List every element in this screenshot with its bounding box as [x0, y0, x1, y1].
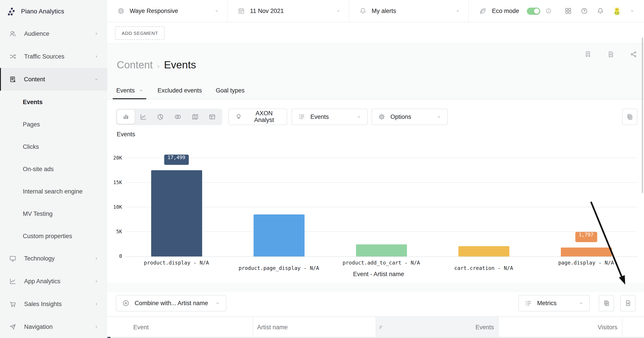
bar-product-display-n-a[interactable]: [151, 170, 202, 256]
app-analytics-icon: [9, 278, 16, 285]
y-axis-labels: 05K10K15K20K: [107, 158, 122, 256]
options-dropdown[interactable]: Options: [372, 108, 448, 125]
sidebar-item-traffic-sources[interactable]: Traffic Sources: [0, 45, 107, 68]
share-icon[interactable]: [630, 50, 637, 58]
axon-analyst-button[interactable]: AXON Analyst: [228, 108, 287, 125]
column-header-visitors[interactable]: Visitors: [498, 317, 622, 338]
avatar[interactable]: [613, 7, 621, 15]
bar-product-page-display-n-a[interactable]: [253, 215, 304, 256]
sidebar-item-technology[interactable]: Technology: [0, 247, 107, 270]
y-tick-label: 20K: [113, 155, 122, 161]
tab-label: Events: [116, 87, 135, 94]
traffic-icon: [9, 53, 16, 60]
metrics-dropdown[interactable]: Metrics: [518, 295, 590, 311]
table-header-row: EventArtist nameEventsVisitors: [107, 316, 644, 338]
sidebar-subitem-clicks[interactable]: Clicks: [0, 135, 107, 158]
viz-type-bar-chart[interactable]: [117, 110, 134, 124]
copy-icon: [603, 299, 610, 307]
bar-chart-icon: [122, 113, 130, 120]
sidebar-item-app-analytics[interactable]: App Analytics: [0, 270, 107, 293]
tab-goal-types[interactable]: Goal types: [216, 81, 245, 99]
column-header-label: Visitors: [598, 324, 618, 331]
tab-events[interactable]: Events: [116, 81, 144, 99]
sidebar-item-audience[interactable]: Audience: [0, 22, 107, 45]
chevron-right-icon: [94, 279, 99, 284]
alerts-selector[interactable]: My alerts: [349, 0, 468, 22]
content-icon: [9, 75, 16, 83]
column-header-empty: [622, 317, 644, 338]
y-tick-label: 5K: [116, 229, 122, 235]
column-header-event[interactable]: Event: [107, 317, 253, 338]
chart-title: Events: [117, 131, 135, 137]
tab-excluded-events[interactable]: Excluded events: [158, 81, 202, 99]
chevron-right-icon: [94, 256, 99, 261]
h-scrollbar-thumb[interactable]: [107, 337, 110, 338]
help-icon[interactable]: [580, 7, 588, 15]
notifications-icon[interactable]: [596, 7, 604, 15]
report-icon[interactable]: D: [607, 50, 614, 58]
sidebar-subitem-internal-search-engine[interactable]: Internal search engine: [0, 180, 107, 202]
bar-chart: 17,4991,797: [125, 158, 637, 256]
add-segment-button[interactable]: ADD SEGMENT: [115, 26, 165, 39]
copy-chart-button[interactable]: [622, 108, 637, 125]
sidebar-item-navigation[interactable]: Navigation: [0, 316, 107, 338]
viz-type-pie-chart[interactable]: [152, 110, 169, 124]
combine-with-dropdown[interactable]: Combine with... Artist name: [116, 295, 226, 311]
export-download-icon: [624, 299, 632, 307]
chevron-down-icon: [94, 77, 99, 82]
bar-category-label: product.page_display - N/A: [238, 265, 319, 271]
sidebar-nav: AudienceTraffic SourcesContentEventsPage…: [0, 22, 107, 338]
export-button[interactable]: [620, 295, 636, 311]
chevron-right-icon: [94, 31, 99, 36]
bar-cart-creation-n-a[interactable]: [458, 246, 509, 256]
bar-category-label: product.display - N/A: [144, 259, 209, 266]
topbar: Waye Responsive 11 Nov 2021 My alerts Ec…: [107, 0, 644, 22]
chevron-down-icon[interactable]: [630, 8, 634, 13]
app-root: Piano Analytics AudienceTraffic SourcesC…: [0, 0, 644, 338]
bar-page-display-n-a[interactable]: [560, 247, 612, 256]
sidebar-item-sales-insights[interactable]: Sales Insights: [0, 293, 107, 316]
map-icon: [191, 113, 199, 120]
bookmark-star-icon[interactable]: [584, 50, 592, 58]
y-tick-label: 15K: [113, 179, 122, 185]
bar-product-add-to-cart-n-a[interactable]: [356, 245, 407, 256]
viz-type-line-chart[interactable]: [134, 110, 152, 124]
sort-icon: [379, 325, 384, 330]
sales-icon: [9, 300, 16, 308]
chevron-down-icon: [579, 301, 584, 305]
table-panel: Combine with... Artist name Metrics Even…: [107, 292, 644, 338]
technology-icon: [9, 255, 16, 262]
line-chart-icon: [139, 113, 147, 120]
alerts-selector-label: My alerts: [372, 7, 396, 14]
site-selector[interactable]: Waye Responsive: [107, 0, 227, 22]
viz-type-map[interactable]: [186, 110, 204, 124]
brand-name: Piano Analytics: [21, 7, 64, 15]
sidebar-subitem-custom-properties[interactable]: Custom properties: [0, 225, 107, 247]
sidebar-subitem-events[interactable]: Events: [0, 91, 107, 113]
metrics-dropdown-label: Metrics: [537, 300, 556, 306]
brand[interactable]: Piano Analytics: [0, 0, 107, 22]
sidebar-subitem-mv-testing[interactable]: MV Testing: [0, 202, 107, 225]
combine-with-label: Combine with... Artist name: [134, 300, 208, 306]
list-icon: [298, 113, 306, 120]
sidebar-subitem-on-site-ads[interactable]: On-site ads: [0, 158, 107, 180]
column-header-artist-name[interactable]: Artist name: [253, 317, 376, 338]
bar-value-label: 1,797: [575, 232, 597, 242]
sidebar-item-content[interactable]: Content: [0, 68, 107, 91]
sidebar-item-label: Traffic Sources: [24, 53, 64, 60]
column-header-events[interactable]: Events: [376, 317, 498, 338]
breadcrumb-parent[interactable]: Content: [117, 59, 153, 71]
svg-text:D: D: [610, 53, 612, 56]
copy-table-button[interactable]: [599, 295, 614, 311]
sidebar-item-label: App Analytics: [24, 278, 60, 285]
info-icon[interactable]: [545, 7, 552, 14]
date-selector[interactable]: 11 Nov 2021: [227, 0, 349, 22]
dimension-dropdown[interactable]: Events: [292, 108, 368, 125]
eco-mode-toggle[interactable]: [527, 7, 540, 14]
sidebar-subitem-pages[interactable]: Pages: [0, 113, 107, 135]
viz-type-table[interactable]: [204, 110, 221, 124]
viz-type-venn[interactable]: [169, 110, 186, 124]
apps-grid-icon[interactable]: [564, 7, 572, 15]
chevron-right-icon: [94, 302, 99, 307]
v-scrollbar-thumb[interactable]: [642, 37, 643, 193]
